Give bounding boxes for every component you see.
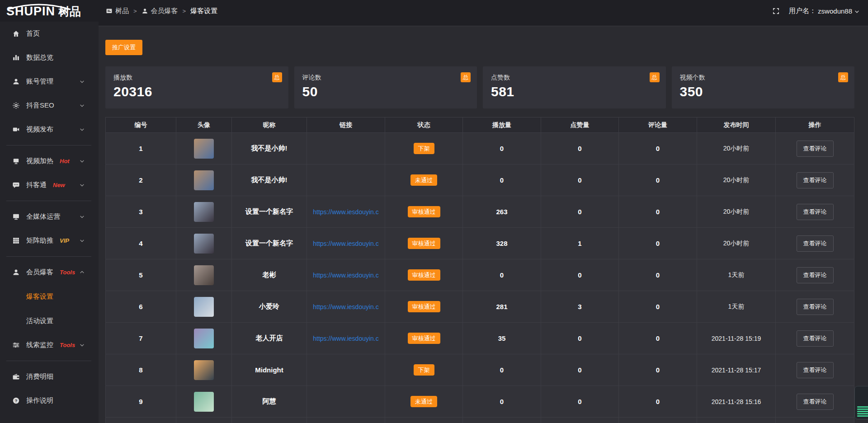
view-comments-button[interactable]: 查看评论 — [797, 204, 834, 220]
profile-link[interactable]: https://www.iesdouyin.c — [313, 240, 379, 247]
video-camera-icon — [12, 126, 20, 133]
table-row: 4设置一个新名字https://www.iesdouyin.c审核通过32810… — [106, 228, 854, 259]
breadcrumb-item[interactable]: 爆客设置 — [190, 7, 217, 15]
grid-icon — [12, 237, 20, 244]
breadcrumb-item[interactable]: 会员爆客 — [142, 7, 178, 15]
status-cell: 审核通过 — [385, 259, 463, 291]
sidebar-item-tag: VIP — [60, 237, 69, 244]
nickname-cell: 老彬 — [232, 259, 307, 291]
action-cell: 查看评论 — [776, 133, 854, 164]
view-comments-button[interactable]: 查看评论 — [797, 141, 834, 157]
view-comments-button[interactable]: 查看评论 — [797, 330, 834, 347]
view-comments-button[interactable]: 查看评论 — [797, 267, 834, 283]
table-row: 5老彬https://www.iesdouyin.c审核通过0001天前查看评论 — [106, 259, 854, 291]
user-icon — [142, 8, 148, 14]
sidebar-divider — [6, 201, 91, 201]
table-row: 3设置一个新名字https://www.iesdouyin.c审核通过26300… — [106, 196, 854, 228]
avatar-cell — [176, 164, 232, 196]
profile-link[interactable]: https://www.iesdouyin.c — [313, 335, 379, 342]
status-badge: 审核通过 — [408, 269, 440, 281]
sidebar-item-视频加热[interactable]: 视频加热Hot — [0, 149, 99, 173]
avatar — [194, 139, 214, 159]
breadcrumb-label: 爆客设置 — [190, 7, 217, 15]
sidebar-item-会员爆客[interactable]: 会员爆客Tools — [0, 260, 99, 284]
nickname-cell — [232, 418, 307, 423]
row-index-cell: 3 — [106, 196, 176, 228]
view-comments-button[interactable]: 查看评论 — [797, 235, 834, 252]
link-cell: https://www.iesdouyin.c — [307, 228, 385, 259]
chevron-down-icon — [78, 238, 86, 244]
promo-settings-button[interactable]: 推广设置 — [105, 40, 142, 55]
svg-text:?: ? — [15, 399, 18, 403]
row-index-cell: 1 — [106, 133, 176, 164]
profile-link[interactable]: https://www.iesdouyin.c — [313, 208, 379, 216]
sidebar-item-抖音SEO[interactable]: 抖音SEO — [0, 94, 99, 118]
comments-cell: 0 — [619, 386, 697, 418]
plays-cell: 0 — [463, 386, 541, 418]
monitor-icon — [12, 213, 20, 221]
publish-time-cell: 20小时前 — [697, 228, 776, 259]
widget-bar — [857, 409, 868, 410]
sidebar-item-矩阵助推[interactable]: 矩阵助推VIP — [0, 229, 99, 253]
sidebar-subitem-爆客设置[interactable]: 爆客设置 — [0, 284, 99, 309]
nickname-cell: 我不是小帅! — [232, 164, 307, 196]
floating-widget[interactable] — [854, 386, 868, 419]
action-cell: 查看评论 — [776, 291, 854, 323]
avatar — [194, 297, 214, 317]
breadcrumb-separator: > — [133, 8, 137, 14]
link-cell: https://www.iesdouyin.c — [307, 323, 385, 354]
status-badge: 审核通过 — [408, 238, 440, 249]
breadcrumb-item[interactable]: 树品 — [106, 7, 129, 15]
column-header: 操作 — [776, 118, 854, 133]
plays-cell: 0 — [463, 133, 541, 164]
status-cell: 审核通过 — [385, 228, 463, 259]
chevron-down-icon — [78, 182, 86, 188]
stat-value: 581 — [491, 84, 658, 99]
total-badge: 总 — [838, 72, 848, 82]
help-icon: ? — [12, 397, 20, 404]
home-icon — [12, 30, 20, 38]
sidebar-item-线索监控[interactable]: 线索监控Tools — [0, 333, 99, 357]
sidebar-item-label: 操作说明 — [26, 396, 53, 405]
comments-cell: 0 — [619, 164, 697, 196]
view-comments-button[interactable]: 查看评论 — [797, 394, 834, 410]
table-row: 1我不是小帅!下架00020小时前查看评论 — [106, 133, 854, 164]
sidebar-item-操作说明[interactable]: ?操作说明 — [0, 389, 99, 413]
sidebar-item-抖客通[interactable]: 抖客通New — [0, 173, 99, 197]
sidebar-item-账号管理[interactable]: 账号管理 — [0, 70, 99, 94]
sidebar-item-label: 视频发布 — [26, 125, 53, 134]
avatar — [194, 170, 214, 190]
likes-cell: 0 — [541, 164, 619, 196]
nickname-cell: 小爱玲 — [232, 291, 307, 323]
breadcrumb-label: 树品 — [115, 7, 129, 15]
app-logo[interactable]: SHUPIN 树品 — [0, 3, 99, 19]
sidebar-submenu: 爆客设置活动设置 — [0, 284, 99, 333]
sidebar-item-消费明细[interactable]: 消费明细 — [0, 365, 99, 389]
member-icon — [12, 268, 20, 276]
view-comments-button[interactable]: 查看评论 — [797, 299, 834, 315]
sidebar-item-label: 全媒体运营 — [26, 212, 60, 221]
profile-link[interactable]: https://www.iesdouyin.c — [313, 272, 379, 279]
sidebar-subitem-活动设置[interactable]: 活动设置 — [0, 309, 99, 333]
nickname-cell: 设置一个新名字 — [232, 228, 307, 259]
chevron-down-icon — [78, 158, 86, 164]
stat-label: 播放数 — [113, 74, 280, 82]
nickname-cell: 我不是小帅! — [232, 133, 307, 164]
sidebar-item-label: 账号管理 — [26, 77, 53, 86]
sidebar-item-视频发布[interactable]: 视频发布 — [0, 118, 99, 141]
status-badge: 审核通过 — [408, 301, 440, 312]
fullscreen-icon[interactable] — [772, 7, 780, 15]
profile-link[interactable]: https://www.iesdouyin.c — [313, 303, 379, 310]
action-cell: 查看评论 — [776, 323, 854, 354]
avatar — [194, 392, 214, 412]
view-comments-button[interactable]: 查看评论 — [797, 172, 834, 188]
sidebar-item-首页[interactable]: 首页 — [0, 22, 99, 46]
view-comments-button[interactable]: 查看评论 — [797, 362, 834, 378]
sidebar-item-全媒体运营[interactable]: 全媒体运营 — [0, 205, 99, 229]
link-cell: https://www.iesdouyin.c — [307, 291, 385, 323]
user-menu[interactable]: 用户名：zswodun88 — [789, 7, 860, 15]
action-cell: 查看评论 — [776, 228, 854, 259]
sidebar-item-数据总览[interactable]: 数据总览 — [0, 46, 99, 70]
publish-time-cell: 20小时前 — [697, 133, 776, 164]
action-cell: 查看评论 — [776, 386, 854, 418]
